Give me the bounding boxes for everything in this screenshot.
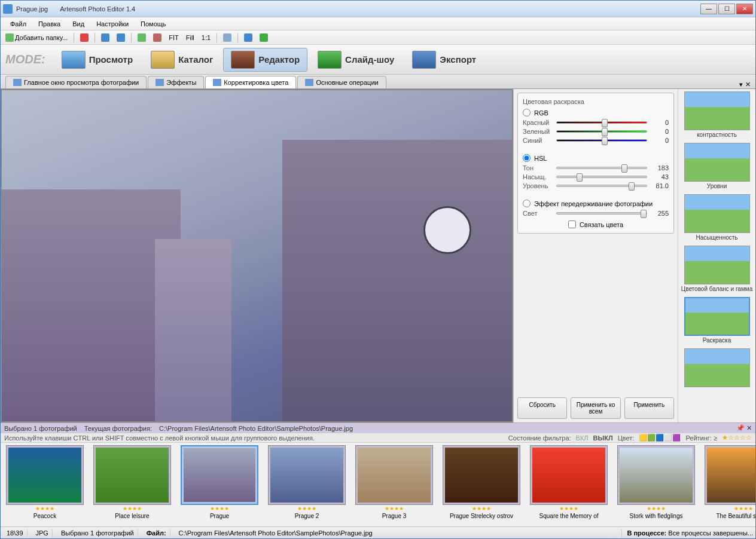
tab-bar: Главное окно просмотра фотографииЭффекты…: [1, 75, 755, 89]
status-selected: Выбрано 1 фотографий: [57, 529, 138, 537]
tab-Корректировка цвета[interactable]: Корректировка цвета: [205, 76, 296, 88]
mode-label: MODE:: [5, 53, 45, 66]
color-adjustment-panel: Цветовая раскраска RGB Красный0Зеленый0С…: [513, 89, 678, 422]
thumb-Stork with fledglings[interactable]: ★★★★Stork with fledglings: [614, 445, 698, 524]
info-bar: Выбрано 1 фотографий Текущая фотография:…: [1, 422, 755, 433]
arrow-right-icon: [117, 33, 125, 42]
fullscreen-button[interactable]: [242, 32, 255, 43]
thumb-Prague 3[interactable]: ★★★★Prague 3: [352, 445, 436, 524]
preset-Раскраска[interactable]: Раскраска: [681, 297, 753, 344]
mode-Экспорт[interactable]: Экспорт: [404, 48, 484, 72]
mode-icon: [412, 51, 436, 69]
close-button[interactable]: ✕: [736, 4, 753, 14]
filter-on[interactable]: ВКЛ: [576, 434, 589, 442]
thumb-Square the Memory of[interactable]: ★★★★Square the Memory of: [527, 445, 611, 524]
tool-button[interactable]: [221, 32, 234, 43]
arrow-left-icon: [101, 33, 109, 42]
title-file: Prague.jpg: [16, 5, 48, 13]
preset-Цветовой баланс и гамма[interactable]: Цветовой баланс и гамма: [681, 246, 753, 292]
preset-[interactable]: [681, 348, 753, 387]
mode-Слайд-шоу[interactable]: Слайд-шоу: [310, 48, 402, 72]
menubar: ФайлПравкаВидНастройкиПомощь: [1, 17, 755, 30]
status-count: 18\39: [3, 529, 28, 537]
reset-button[interactable]: Сбросить: [517, 397, 567, 419]
rating-stars[interactable]: ★☆☆☆☆: [722, 434, 752, 442]
thumbnail-strip[interactable]: ★★★★Peacock★★★★Place leisure★★★★Prague★★…: [1, 443, 755, 526]
apply-button[interactable]: Применить: [624, 397, 674, 419]
slider-Зеленый[interactable]: Зеленый0: [523, 128, 669, 135]
mode-bar: MODE: ПросмотрКаталогРедакторСлайд-шоуЭк…: [1, 45, 755, 75]
thumb-Place leisure[interactable]: ★★★★Place leisure: [90, 445, 174, 524]
prev-button[interactable]: [99, 32, 112, 43]
presets-panel: контрастностьУровниНасыщенностьЦветовой …: [678, 89, 755, 422]
preset-Уровни[interactable]: Уровни: [681, 143, 753, 189]
menu-Правка[interactable]: Правка: [32, 19, 66, 29]
apply-all-button[interactable]: Применить ко всем: [571, 397, 620, 419]
dropdown-icon[interactable]: ▾: [739, 81, 743, 88]
tab-icon: [213, 79, 221, 86]
mode-icon: [231, 51, 255, 69]
thumb-Prague[interactable]: ★★★★Prague: [178, 445, 261, 524]
menu-Вид[interactable]: Вид: [66, 19, 90, 29]
zoom-out-button[interactable]: [151, 32, 164, 43]
mode-Просмотр[interactable]: Просмотр: [54, 48, 141, 72]
hsl-radio[interactable]: HSL: [523, 154, 669, 162]
tab-Основные операции[interactable]: Основные операции: [297, 76, 386, 88]
mode-Каталог[interactable]: Каталог: [143, 48, 221, 72]
next-button[interactable]: [114, 32, 127, 43]
slider-Уровень[interactable]: Уровень81.0: [523, 182, 669, 189]
pin-icon[interactable]: 📌 ✕: [736, 424, 752, 432]
play-icon: [260, 33, 268, 42]
color-swatches[interactable]: 🟨🟩🟦⬜🟪: [639, 434, 681, 442]
rgb-radio[interactable]: RGB: [523, 109, 669, 117]
plus-icon: [5, 33, 14, 42]
app-icon: [3, 4, 13, 14]
fit-button[interactable]: FIT: [166, 32, 181, 43]
preset-Насыщенность[interactable]: Насыщенность: [681, 194, 753, 241]
menu-Файл[interactable]: Файл: [4, 19, 32, 29]
fill-button[interactable]: Fill: [184, 32, 197, 43]
add-folder-button[interactable]: Добавить папку...: [3, 32, 70, 43]
light-slider[interactable]: Свет 255: [523, 210, 669, 217]
status-process: Все процессы завершены...: [668, 529, 753, 537]
maximize-button[interactable]: ☐: [718, 4, 735, 14]
tab-Главное окно просмотра фотографии[interactable]: Главное окно просмотра фотографии: [5, 76, 147, 88]
thumb-Prague 2[interactable]: ★★★★Prague 2: [265, 445, 349, 524]
mode-icon: [62, 51, 86, 69]
filter-rating-label: Рейтинг: ≥: [685, 434, 717, 442]
photo-preview: [1, 89, 513, 422]
tab-Эффекты[interactable]: Эффекты: [148, 76, 204, 88]
close-panel-icon[interactable]: ✕: [745, 81, 751, 88]
delete-button[interactable]: [78, 32, 91, 43]
play-button[interactable]: [257, 32, 270, 43]
filter-off[interactable]: ВЫКЛ: [593, 434, 613, 442]
status-format: JPG: [32, 529, 53, 537]
preset-контрастность[interactable]: контрастность: [681, 91, 753, 138]
slider-Синий[interactable]: Синий0: [523, 137, 669, 144]
title-app: Artensoft Photo Editor 1.4: [60, 5, 135, 13]
tab-icon: [305, 79, 313, 86]
slider-Тон[interactable]: Тон183: [523, 164, 669, 172]
link-colors-checkbox[interactable]: Связать цвета: [523, 220, 669, 228]
mode-icon: [318, 51, 342, 69]
zoom-in-button[interactable]: [135, 32, 148, 43]
toolbar: Добавить папку... FIT Fill 1:1: [1, 30, 755, 45]
thumb-Peacock[interactable]: ★★★★Peacock: [3, 445, 87, 524]
current-label: Текущая фотография:: [84, 425, 152, 432]
hint-bar: Используйте клавиши CTRL или SHIFT совме…: [1, 433, 755, 443]
menu-Настройки[interactable]: Настройки: [90, 19, 135, 29]
group-title: Цветовая раскраска: [523, 98, 669, 105]
thumb-The Beautiful sunset[interactable]: ★★★★The Beautiful sunset: [702, 445, 755, 524]
mode-icon: [151, 51, 175, 69]
minimize-button[interactable]: —: [700, 4, 717, 14]
actual-size-button[interactable]: 1:1: [199, 32, 213, 43]
thumb-Prague Strelecky ostrov[interactable]: ★★★★Prague Strelecky ostrov: [440, 445, 523, 524]
current-path: C:\Program Files\Artensoft Photo Editor\…: [159, 425, 353, 432]
effect-radio[interactable]: Эффект передерживание фотографии: [523, 200, 669, 207]
tool-icon: [223, 33, 231, 42]
selected-count: Выбрано 1 фотографий: [4, 425, 77, 432]
menu-Помощь[interactable]: Помощь: [135, 19, 172, 29]
slider-Красный[interactable]: Красный0: [523, 119, 669, 126]
slider-Насыщ.[interactable]: Насыщ.43: [523, 173, 669, 180]
mode-Редактор[interactable]: Редактор: [223, 48, 307, 72]
